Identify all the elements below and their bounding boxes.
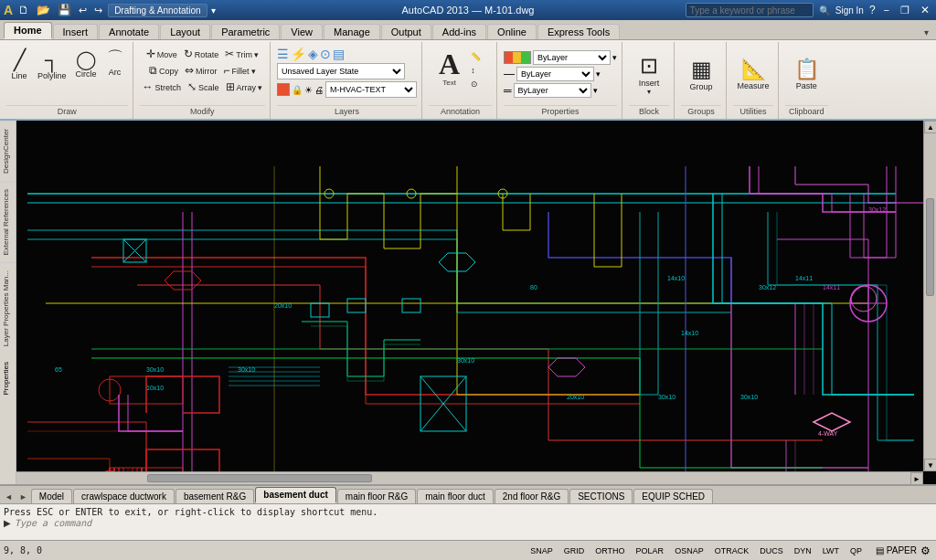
tab-main-floor-duct[interactable]: main floor duct — [417, 489, 494, 503]
measure-btn[interactable]: 📐 Measure — [734, 55, 773, 93]
bylayer1-dropdown[interactable]: ByLayer — [533, 50, 611, 65]
tab-online[interactable]: Online — [487, 24, 537, 39]
sidebar-tab-designcenter[interactable]: DesignCenter — [0, 121, 16, 181]
rotate-btn[interactable]: ↻ Rotate — [181, 47, 222, 62]
qat-save[interactable]: 💾 — [56, 4, 73, 16]
modify-group-label[interactable]: Modify — [140, 105, 266, 117]
polar-btn[interactable]: POLAR — [632, 544, 669, 557]
properties-group-label[interactable]: Properties — [504, 105, 617, 117]
tab-basement-rg[interactable]: basement R&G — [176, 489, 254, 503]
circle-btn[interactable]: ◯ Circle — [72, 47, 101, 81]
tab-basement-duct[interactable]: basement duct — [255, 487, 336, 503]
bylayer2-dropdown-arrow[interactable]: ▾ — [596, 69, 601, 79]
copy-btn[interactable]: ⧉ Copy — [146, 63, 181, 79]
layer-icon2[interactable]: ⚡ — [291, 47, 306, 61]
app-restore-btn[interactable]: ❐ — [898, 5, 912, 16]
tab-parametric[interactable]: Parametric — [211, 24, 280, 39]
tab-nav-prev[interactable]: ◄ — [2, 491, 16, 503]
qat-open[interactable]: 📂 — [35, 4, 52, 16]
grid-btn[interactable]: GRID — [559, 544, 590, 557]
layer-icon5[interactable]: ▤ — [333, 47, 345, 61]
utilities-group-label[interactable]: Utilities — [733, 105, 773, 117]
paste-btn[interactable]: 📋 Paste — [791, 55, 823, 93]
sidebar-tab-properties[interactable]: Properties — [0, 354, 16, 402]
layer-icon4[interactable]: ⊙ — [320, 47, 331, 61]
bylayer3-dropdown[interactable]: ByLayer — [514, 83, 591, 98]
trim-btn[interactable]: ✂ Trim ▾ — [222, 47, 261, 62]
tab-insert[interactable]: Insert — [53, 24, 99, 39]
workspace-dropdown-arrow[interactable]: ▾ — [211, 5, 216, 16]
help-icon[interactable]: ? — [869, 4, 876, 16]
fillet-btn[interactable]: ⌐ Fillet ▾ — [221, 63, 259, 79]
annotation-icon3[interactable]: ⊙ — [468, 78, 486, 90]
scroll-down-btn[interactable]: ▼ — [924, 459, 936, 471]
tab-equip-sched[interactable]: EQUIP SCHED — [633, 489, 713, 503]
sidebar-tab-external-ref[interactable]: External References — [0, 181, 16, 262]
polyline-btn[interactable]: ┐ Polyline — [34, 47, 70, 83]
line-btn[interactable]: ╱ Line — [6, 47, 32, 83]
workspace-dropdown[interactable]: Drafting & Annotation — [108, 4, 207, 17]
tab-2nd-floor-rg[interactable]: 2nd floor R&G — [495, 489, 569, 503]
ortho-btn[interactable]: ORTHO — [590, 544, 629, 557]
tab-output[interactable]: Output — [381, 24, 431, 39]
layer-name-dropdown[interactable]: M-HVAC-TEXT — [325, 81, 417, 98]
tab-view[interactable]: View — [281, 24, 323, 39]
bylayer1-dropdown-arrow[interactable]: ▾ — [612, 53, 617, 62]
ribbon-toggle-btn[interactable]: ▾ — [920, 26, 932, 39]
layer-state-dropdown[interactable]: Unsaved Layer State — [277, 63, 405, 79]
tab-main-floor-rg[interactable]: main floor R&G — [337, 489, 416, 503]
insert-btn[interactable]: ⊡ Insert ▾ — [635, 50, 664, 99]
bylayer2-dropdown[interactable]: ByLayer — [516, 67, 594, 81]
tab-crawlspace[interactable]: crawlspace ductwork — [73, 489, 175, 503]
clipboard-group-label[interactable]: Clipboard — [785, 105, 828, 117]
mirror-btn[interactable]: ⇔ Mirror — [182, 63, 220, 79]
tab-layout[interactable]: Layout — [160, 24, 210, 39]
group-btn[interactable]: ▦ Group — [686, 54, 717, 94]
tab-sections[interactable]: SECTIONS — [569, 489, 633, 503]
tab-express[interactable]: Express Tools — [537, 24, 620, 39]
tab-nav-next[interactable]: ► — [16, 491, 30, 503]
qat-undo[interactable]: ↩ — [77, 5, 89, 16]
dyn-btn[interactable]: DYN — [790, 544, 816, 557]
command-input[interactable] — [15, 518, 289, 528]
otrack-btn[interactable]: OTRACK — [710, 544, 754, 557]
search-icon[interactable]: 🔍 — [819, 5, 830, 16]
vscroll-thumb[interactable] — [926, 198, 934, 296]
stretch-btn[interactable]: ↔ Stretch — [140, 79, 185, 95]
annotation-icon1[interactable]: 📏 — [468, 50, 486, 63]
array-btn[interactable]: ⊞ Array ▾ — [223, 79, 266, 95]
scroll-right-btn[interactable]: ► — [910, 472, 923, 484]
tab-addins[interactable]: Add-ins — [432, 24, 486, 39]
osnap-btn[interactable]: OSNAP — [670, 544, 708, 557]
tab-model[interactable]: Model — [31, 489, 72, 503]
vertical-scrollbar[interactable]: ▲ ▼ — [923, 121, 936, 471]
layer-icon3[interactable]: ◈ — [308, 47, 318, 61]
text-big-btn[interactable]: A Text — [434, 47, 464, 90]
qat-redo[interactable]: ↪ — [92, 5, 104, 16]
annotation-group-label[interactable]: Annotation — [429, 105, 492, 117]
app-close-btn[interactable]: ✕ — [918, 4, 932, 16]
snap-btn[interactable]: SNAP — [526, 544, 558, 557]
move-btn[interactable]: ✛ Move — [144, 47, 180, 62]
app-minimize-btn[interactable]: − — [881, 5, 892, 16]
groups-group-label[interactable]: Groups — [681, 105, 721, 117]
ducs-btn[interactable]: DUCS — [755, 544, 788, 557]
qat-new[interactable]: 🗋 — [16, 4, 31, 16]
annotation-icon2[interactable]: ↕ — [468, 64, 486, 77]
scale-btn[interactable]: ⤡ Scale — [185, 79, 222, 95]
layers-group-label[interactable]: Layers — [277, 105, 417, 117]
bylayer3-dropdown-arrow[interactable]: ▾ — [593, 86, 598, 95]
scroll-up-btn[interactable]: ▲ — [924, 121, 936, 133]
qp-btn[interactable]: QP — [846, 544, 867, 557]
search-input[interactable] — [686, 3, 814, 17]
tab-home[interactable]: Home — [4, 22, 52, 39]
sign-in-btn[interactable]: Sign In — [835, 5, 864, 16]
hscroll-thumb[interactable] — [147, 474, 372, 482]
tab-annotate[interactable]: Annotate — [99, 24, 159, 39]
horizontal-scrollbar[interactable]: ◄ ► — [0, 471, 923, 484]
draw-group-label[interactable]: Draw — [6, 105, 128, 117]
tab-manage[interactable]: Manage — [324, 24, 380, 39]
block-group-label[interactable]: Block — [629, 105, 669, 117]
arc-btn[interactable]: ⌒ Arc — [102, 47, 128, 79]
sidebar-tab-layer-properties[interactable]: Layer Properties Man... — [0, 262, 16, 354]
